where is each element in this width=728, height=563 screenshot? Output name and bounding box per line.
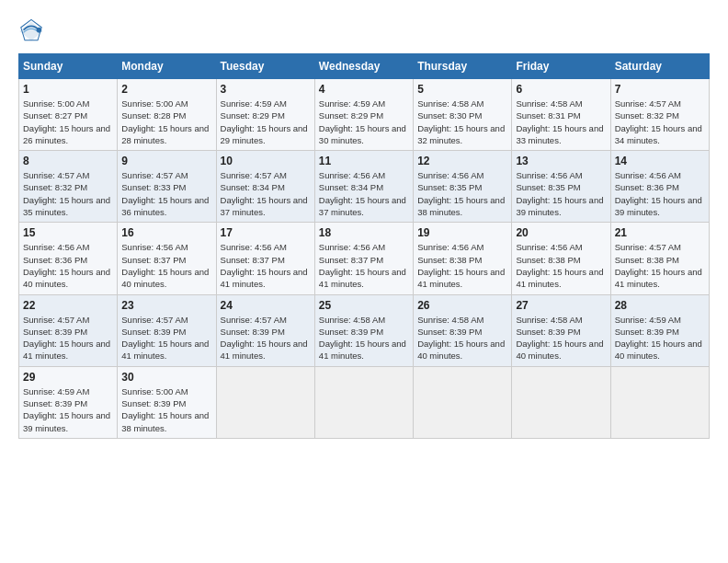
calendar-week-row: 15 Sunrise: 4:56 AM Sunset: 8:36 PM Dayl… [19, 223, 710, 294]
day-number: 13 [516, 155, 606, 167]
weekday-header-monday: Monday [118, 54, 216, 79]
day-info: Sunrise: 4:59 AM Sunset: 8:29 PM Dayligh… [319, 98, 409, 146]
calendar-cell [216, 366, 314, 438]
calendar-cell [610, 366, 709, 438]
day-info: Sunrise: 4:56 AM Sunset: 8:38 PM Dayligh… [417, 241, 507, 290]
calendar-cell: 2 Sunrise: 5:00 AM Sunset: 8:28 PM Dayli… [118, 79, 216, 151]
day-info: Sunrise: 4:57 AM Sunset: 8:32 PM Dayligh… [615, 98, 705, 146]
day-info: Sunrise: 4:56 AM Sunset: 8:37 PM Dayligh… [221, 241, 311, 290]
day-info: Sunrise: 5:00 AM Sunset: 8:28 PM Dayligh… [121, 98, 211, 146]
day-number: 4 [319, 83, 409, 96]
calendar-cell: 25 Sunrise: 4:58 AM Sunset: 8:39 PM Dayl… [314, 294, 413, 366]
day-info: Sunrise: 5:00 AM Sunset: 8:39 PM Dayligh… [121, 385, 211, 434]
weekday-header-thursday: Thursday [414, 54, 512, 79]
day-number: 10 [221, 155, 311, 167]
day-info: Sunrise: 4:56 AM Sunset: 8:37 PM Dayligh… [121, 241, 211, 290]
day-number: 21 [615, 226, 705, 239]
calendar-week-row: 29 Sunrise: 4:59 AM Sunset: 8:39 PM Dayl… [19, 366, 710, 438]
day-info: Sunrise: 4:57 AM Sunset: 8:38 PM Dayligh… [615, 241, 705, 290]
day-number: 1 [23, 83, 113, 96]
calendar-cell: 22 Sunrise: 4:57 AM Sunset: 8:39 PM Dayl… [19, 294, 118, 366]
logo-icon [18, 18, 44, 44]
calendar-cell: 24 Sunrise: 4:57 AM Sunset: 8:39 PM Dayl… [216, 294, 314, 366]
day-number: 17 [221, 226, 311, 239]
calendar-cell: 29 Sunrise: 4:59 AM Sunset: 8:39 PM Dayl… [19, 366, 118, 438]
day-info: Sunrise: 4:57 AM Sunset: 8:39 PM Dayligh… [121, 314, 211, 362]
day-number: 2 [121, 83, 211, 96]
calendar-cell: 27 Sunrise: 4:58 AM Sunset: 8:39 PM Dayl… [512, 294, 610, 366]
calendar-table: SundayMondayTuesdayWednesdayThursdayFrid… [18, 53, 710, 439]
calendar-cell [414, 366, 512, 438]
calendar-cell: 10 Sunrise: 4:57 AM Sunset: 8:34 PM Dayl… [216, 151, 314, 223]
calendar-cell: 23 Sunrise: 4:57 AM Sunset: 8:39 PM Dayl… [118, 294, 216, 366]
day-number: 12 [417, 155, 507, 167]
day-info: Sunrise: 4:56 AM Sunset: 8:35 PM Dayligh… [516, 169, 606, 218]
weekday-header-sunday: Sunday [19, 54, 118, 79]
day-number: 22 [23, 299, 113, 312]
weekday-header-saturday: Saturday [610, 54, 709, 79]
calendar-cell: 21 Sunrise: 4:57 AM Sunset: 8:38 PM Dayl… [610, 223, 709, 294]
day-number: 7 [615, 83, 705, 96]
day-info: Sunrise: 4:56 AM Sunset: 8:36 PM Dayligh… [615, 169, 705, 218]
day-info: Sunrise: 4:59 AM Sunset: 8:39 PM Dayligh… [23, 385, 113, 434]
day-info: Sunrise: 4:57 AM Sunset: 8:39 PM Dayligh… [221, 314, 311, 362]
day-number: 30 [121, 371, 211, 384]
calendar-cell: 6 Sunrise: 4:58 AM Sunset: 8:31 PM Dayli… [512, 79, 610, 151]
day-number: 11 [319, 155, 409, 167]
day-number: 25 [319, 299, 409, 312]
weekday-header-row: SundayMondayTuesdayWednesdayThursdayFrid… [19, 54, 710, 79]
day-info: Sunrise: 4:56 AM Sunset: 8:34 PM Dayligh… [319, 169, 409, 218]
day-number: 24 [221, 299, 311, 312]
day-info: Sunrise: 4:58 AM Sunset: 8:31 PM Dayligh… [516, 98, 606, 146]
calendar-cell: 11 Sunrise: 4:56 AM Sunset: 8:34 PM Dayl… [314, 151, 413, 223]
day-number: 6 [516, 83, 606, 96]
calendar-cell: 30 Sunrise: 5:00 AM Sunset: 8:39 PM Dayl… [118, 366, 216, 438]
calendar-cell: 3 Sunrise: 4:59 AM Sunset: 8:29 PM Dayli… [216, 79, 314, 151]
day-number: 29 [23, 371, 113, 384]
calendar-cell [512, 366, 610, 438]
calendar-cell: 8 Sunrise: 4:57 AM Sunset: 8:32 PM Dayli… [19, 151, 118, 223]
calendar-cell: 5 Sunrise: 4:58 AM Sunset: 8:30 PM Dayli… [414, 79, 512, 151]
day-number: 18 [319, 226, 409, 239]
day-number: 8 [23, 155, 113, 167]
calendar-cell: 19 Sunrise: 4:56 AM Sunset: 8:38 PM Dayl… [414, 223, 512, 294]
day-number: 5 [417, 83, 507, 96]
day-info: Sunrise: 4:57 AM Sunset: 8:39 PM Dayligh… [23, 314, 113, 362]
day-number: 9 [121, 155, 211, 167]
day-info: Sunrise: 4:58 AM Sunset: 8:39 PM Dayligh… [516, 314, 606, 362]
calendar-week-row: 8 Sunrise: 4:57 AM Sunset: 8:32 PM Dayli… [19, 151, 710, 223]
calendar-cell: 20 Sunrise: 4:56 AM Sunset: 8:38 PM Dayl… [512, 223, 610, 294]
calendar-cell: 26 Sunrise: 4:58 AM Sunset: 8:39 PM Dayl… [414, 294, 512, 366]
calendar-cell [314, 366, 413, 438]
day-info: Sunrise: 4:56 AM Sunset: 8:35 PM Dayligh… [417, 169, 507, 218]
calendar-cell: 13 Sunrise: 4:56 AM Sunset: 8:35 PM Dayl… [512, 151, 610, 223]
day-number: 27 [516, 299, 606, 312]
day-info: Sunrise: 4:58 AM Sunset: 8:39 PM Dayligh… [417, 314, 507, 362]
day-info: Sunrise: 4:58 AM Sunset: 8:39 PM Dayligh… [319, 314, 409, 362]
day-number: 28 [615, 299, 705, 312]
day-info: Sunrise: 4:57 AM Sunset: 8:34 PM Dayligh… [221, 169, 311, 218]
day-number: 14 [615, 155, 705, 167]
day-number: 19 [417, 226, 507, 239]
day-number: 20 [516, 226, 606, 239]
weekday-header-wednesday: Wednesday [314, 54, 413, 79]
calendar-cell: 17 Sunrise: 4:56 AM Sunset: 8:37 PM Dayl… [216, 223, 314, 294]
day-info: Sunrise: 4:59 AM Sunset: 8:29 PM Dayligh… [221, 98, 311, 146]
calendar-cell: 14 Sunrise: 4:56 AM Sunset: 8:36 PM Dayl… [610, 151, 709, 223]
calendar-cell: 4 Sunrise: 4:59 AM Sunset: 8:29 PM Dayli… [314, 79, 413, 151]
day-info: Sunrise: 4:57 AM Sunset: 8:33 PM Dayligh… [121, 169, 211, 218]
day-info: Sunrise: 4:58 AM Sunset: 8:30 PM Dayligh… [417, 98, 507, 146]
svg-point-2 [37, 28, 42, 33]
calendar-cell: 15 Sunrise: 4:56 AM Sunset: 8:36 PM Dayl… [19, 223, 118, 294]
day-number: 15 [23, 226, 113, 239]
page-header [18, 18, 710, 44]
day-info: Sunrise: 4:56 AM Sunset: 8:38 PM Dayligh… [516, 241, 606, 290]
calendar-cell: 1 Sunrise: 5:00 AM Sunset: 8:27 PM Dayli… [19, 79, 118, 151]
calendar-week-row: 22 Sunrise: 4:57 AM Sunset: 8:39 PM Dayl… [19, 294, 710, 366]
weekday-header-tuesday: Tuesday [216, 54, 314, 79]
day-info: Sunrise: 4:56 AM Sunset: 8:37 PM Dayligh… [319, 241, 409, 290]
day-number: 16 [121, 226, 211, 239]
day-info: Sunrise: 5:00 AM Sunset: 8:27 PM Dayligh… [23, 98, 113, 146]
day-number: 26 [417, 299, 507, 312]
day-info: Sunrise: 4:57 AM Sunset: 8:32 PM Dayligh… [23, 169, 113, 218]
